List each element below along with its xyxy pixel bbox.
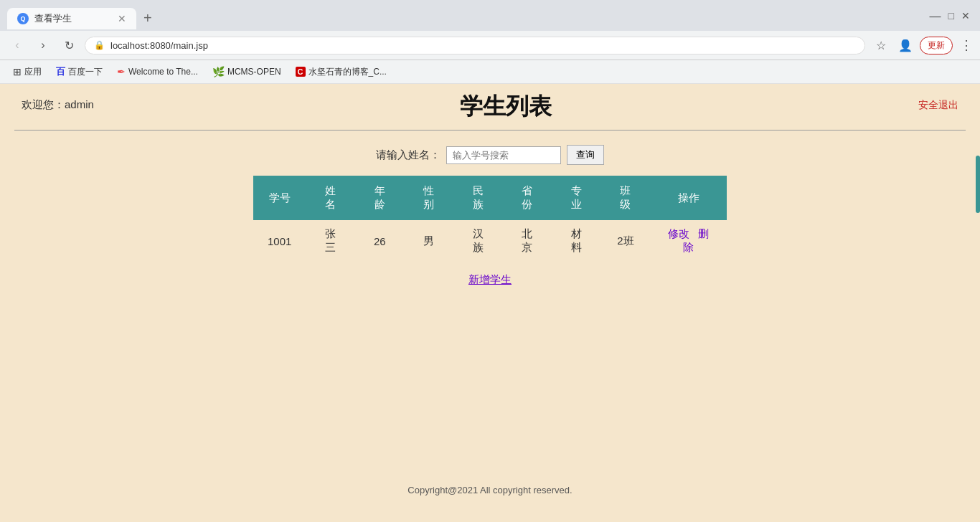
address-bar[interactable]: 🔒 localhost:8080/main.jsp: [85, 37, 865, 54]
bookmark-welcome[interactable]: ✒ Welcome to The...: [111, 64, 204, 80]
url-text: localhost:8080/main.jsp: [110, 40, 856, 51]
update-button[interactable]: 更新: [920, 37, 953, 54]
bookmark-blog[interactable]: C 水坚石青的博客_C...: [290, 64, 392, 80]
bookmark-baidu-label: 百度一下: [68, 66, 103, 78]
student-name: 张三: [306, 220, 355, 262]
page-title: 学生列表: [94, 91, 918, 123]
bookmark-mcms-label: MCMS-OPEN: [227, 67, 281, 77]
maximize-button[interactable]: □: [948, 10, 954, 23]
col-name: 姓名: [306, 176, 355, 220]
col-action: 操作: [650, 176, 727, 220]
close-window-button[interactable]: ✕: [961, 10, 970, 23]
bookmark-baidu[interactable]: 百 百度一下: [50, 63, 108, 80]
bookmark-welcome-label: Welcome to The...: [128, 67, 198, 77]
tab-close-button[interactable]: ✕: [118, 13, 126, 24]
tab-favicon: Q: [17, 13, 29, 24]
forward-button[interactable]: ›: [33, 35, 53, 55]
search-input[interactable]: [446, 146, 561, 164]
logout-link[interactable]: 安全退出: [918, 99, 958, 110]
page-footer: Copyright@2021 All copyright reserved.: [0, 473, 980, 507]
search-label: 请输入姓名：: [376, 148, 440, 162]
table-header-row: 学号 姓名 年龄 性别 民族 省份 专业 班级 操作: [253, 176, 727, 220]
col-ethnicity: 民族: [453, 176, 503, 220]
col-id: 学号: [253, 176, 306, 220]
scrollbar[interactable]: [976, 156, 980, 213]
table-row: 1001 张三 26 男 汉族 北京 材料 2班 修改 删除: [253, 220, 727, 262]
new-tab-button[interactable]: +: [136, 6, 159, 31]
refresh-button[interactable]: ↻: [59, 35, 79, 55]
student-table: 学号 姓名 年龄 性别 民族 省份 专业 班级 操作 1001 张三: [253, 176, 727, 262]
footer-text: Copyright@2021 All copyright reserved.: [407, 485, 572, 495]
bookmark-blog-label: 水坚石青的博客_C...: [308, 66, 387, 78]
star-button[interactable]: ☆: [871, 35, 891, 55]
add-student-area: 新增学生: [0, 262, 980, 298]
baidu-icon: 百: [56, 65, 65, 78]
bookmarks-bar: ⊞ 应用 百 百度一下 ✒ Welcome to The... 🌿 MCMS-O…: [0, 60, 980, 84]
student-ethnicity: 汉族: [453, 220, 503, 262]
active-tab[interactable]: Q 查看学生 ✕: [7, 8, 136, 29]
col-class: 班级: [601, 176, 651, 220]
search-button[interactable]: 查询: [567, 145, 604, 165]
student-id: 1001: [253, 220, 306, 262]
blog-icon: C: [296, 67, 306, 77]
student-actions: 修改 删除: [650, 220, 727, 262]
bookmark-apps-label: 应用: [24, 66, 42, 78]
col-province: 省份: [503, 176, 552, 220]
lock-icon: 🔒: [94, 40, 105, 50]
welcome-icon: ✒: [117, 66, 126, 77]
mcms-icon: 🌿: [212, 66, 225, 77]
welcome-text: 欢迎您：admin: [22, 98, 94, 110]
menu-button[interactable]: ⋮: [960, 37, 973, 53]
col-major: 专业: [552, 176, 601, 220]
page-content: 欢迎您：admin 学生列表 安全退出 请输入姓名： 查询 学号 姓名: [0, 84, 980, 507]
edit-link[interactable]: 修改: [668, 227, 689, 239]
student-major: 材料: [552, 220, 601, 262]
student-age: 26: [355, 220, 405, 262]
bookmark-apps[interactable]: ⊞ 应用: [7, 64, 47, 80]
minimize-button[interactable]: —: [930, 10, 941, 23]
page-header: 欢迎您：admin 学生列表 安全退出: [0, 84, 980, 130]
table-container: 学号 姓名 年龄 性别 民族 省份 专业 班级 操作 1001 张三: [0, 176, 980, 262]
student-gender: 男: [405, 220, 454, 262]
profile-button[interactable]: 👤: [895, 35, 915, 55]
search-area: 请输入姓名： 查询: [0, 130, 980, 176]
student-province: 北京: [503, 220, 552, 262]
back-button[interactable]: ‹: [7, 35, 27, 55]
col-gender: 性别: [405, 176, 454, 220]
bookmark-mcms[interactable]: 🌿 MCMS-OPEN: [207, 64, 287, 80]
col-age: 年龄: [355, 176, 405, 220]
apps-icon: ⊞: [13, 66, 22, 77]
add-student-link[interactable]: 新增学生: [468, 273, 512, 285]
tab-title: 查看学生: [34, 12, 72, 25]
student-class: 2班: [601, 220, 651, 262]
